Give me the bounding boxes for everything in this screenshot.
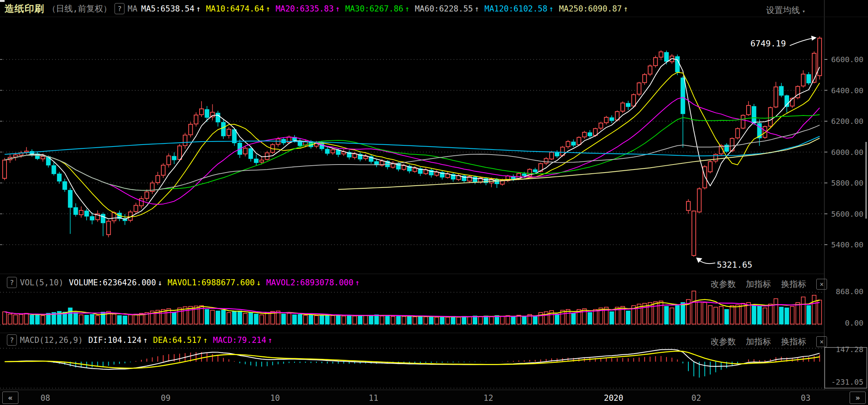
- time-axis-label: 10: [270, 393, 280, 403]
- vol-panel-buttons: 改参数加指标换指标×: [711, 278, 827, 290]
- ma-settings-label: 设置均线: [766, 5, 800, 15]
- up-arrow-icon: ↑: [203, 336, 208, 345]
- high-annotation-label: 6749.19: [750, 39, 786, 48]
- chevron-down-icon: ▾: [802, 8, 805, 14]
- candlestick-layer: [3, 36, 822, 257]
- vol-values-row: VOLUME:6236426.000↓MAVOL1:6988677.600↓MA…: [69, 278, 365, 287]
- time-axis-label: 09: [161, 393, 170, 403]
- macd-indicator-label: MACD(12,26,9): [20, 336, 83, 345]
- main-header: 造纸印刷 （日线,前复权） ? MA MA5:6538.54↑MA10:6474…: [5, 2, 634, 15]
- sector-title: 造纸印刷: [5, 2, 44, 15]
- high-annotation-arrow: [790, 38, 814, 46]
- up-arrow-icon: ↑: [196, 4, 201, 13]
- scroll-left-button[interactable]: «: [2, 392, 18, 404]
- ma-line: [5, 115, 820, 190]
- macd-axis-max: 147.28: [827, 345, 863, 354]
- time-axis-bar: « 080910111220200203 »: [0, 390, 868, 405]
- vol-panel-header: ? VOL(5,10) VOLUME:6236426.000↓MAVOL1:69…: [4, 277, 365, 288]
- help-icon[interactable]: ?: [7, 334, 17, 346]
- time-axis-label: 02: [691, 393, 701, 403]
- macd-button-1[interactable]: 加指标: [746, 336, 771, 347]
- up-arrow-icon: ↑: [355, 278, 360, 287]
- time-axis-label: 11: [368, 393, 378, 403]
- scroll-right-button[interactable]: »: [850, 392, 866, 404]
- macd-button-2[interactable]: 换指标: [781, 336, 806, 347]
- price-axis-label: 5800.00: [827, 178, 863, 188]
- help-icon[interactable]: ?: [7, 277, 17, 288]
- ma-value: MA30:6267.86↑: [345, 4, 409, 13]
- macd-panel-header: ? MACD(12,26,9) DIF:104.124↑DEA:64.517↑M…: [4, 334, 278, 346]
- vol-value: MAVOL1:6988677.600↓: [167, 278, 261, 287]
- macd-value: DEA:64.517↑: [153, 336, 208, 345]
- period-subtitle: （日线,前复权）: [47, 3, 111, 15]
- vol-axis-max: 868.00: [827, 287, 863, 296]
- vol-axis-min: 0.00: [827, 318, 863, 328]
- macd-value: MACD:79.214↑: [213, 336, 272, 345]
- ma-value: MA60:6228.55↑: [415, 4, 479, 13]
- ma-settings-button[interactable]: 设置均线▾: [766, 5, 805, 16]
- ma-values-row: MA5:6538.54↑MA10:6474.64↑MA20:6335.83↑MA…: [141, 4, 634, 13]
- macd-values-row: DIF:104.124↑DEA:64.517↑MACD:79.214↑: [88, 336, 278, 345]
- close-icon[interactable]: ×: [816, 336, 827, 347]
- price-axis-label: 6200.00: [827, 117, 863, 126]
- price-axis-label: 6600.00: [827, 55, 863, 64]
- down-arrow-icon: ↓: [256, 278, 261, 287]
- ma-value: MA120:6102.58↑: [485, 4, 554, 13]
- volume-layer: [3, 291, 822, 324]
- close-icon[interactable]: ×: [816, 279, 827, 290]
- up-arrow-icon: ↑: [335, 4, 340, 13]
- ma-value: MA5:6538.54↑: [141, 4, 201, 13]
- help-icon[interactable]: ?: [115, 3, 124, 14]
- price-axis-label: 6000.00: [827, 148, 863, 157]
- up-arrow-icon: ↑: [405, 4, 409, 13]
- macd-axis-min: -231.05: [827, 377, 863, 387]
- high-annotation-arrowhead: [811, 36, 817, 41]
- time-axis-label: 08: [41, 393, 50, 403]
- ma-value: MA10:6474.64↑: [206, 4, 270, 13]
- price-axis-label: 6400.00: [827, 86, 863, 95]
- macd-button-0[interactable]: 改参数: [711, 336, 736, 347]
- low-annotation-arrow: [698, 260, 715, 264]
- vol-value: MAVOL2:6893078.000↑: [266, 278, 360, 287]
- vol-button-0[interactable]: 改参数: [711, 278, 736, 290]
- ma-group-label: MA: [128, 4, 137, 13]
- vol-indicator-label: VOL(5,10): [20, 278, 64, 287]
- price-axis-label: 5400.00: [827, 240, 863, 249]
- time-axis-label: 2020: [604, 393, 624, 403]
- time-axis-label: 03: [801, 393, 811, 403]
- vol-button-2[interactable]: 换指标: [781, 278, 806, 290]
- stock-chart-app: 6749.195321.65 造纸印刷 （日线,前复权） ? MA MA5:65…: [0, 0, 868, 405]
- ma-value: MA20:6335.83↑: [275, 4, 340, 13]
- ma-line: [5, 349, 820, 369]
- price-axis-label: 5600.00: [827, 209, 863, 219]
- vol-value: VOLUME:6236426.000↓: [69, 278, 162, 287]
- up-arrow-icon: ↑: [268, 336, 272, 345]
- macd-value: DIF:104.124↑: [88, 336, 147, 345]
- up-arrow-icon: ↑: [475, 4, 479, 13]
- up-arrow-icon: ↑: [624, 4, 628, 13]
- up-arrow-icon: ↑: [143, 336, 147, 345]
- ma-value: MA250:6090.87↑: [559, 4, 628, 13]
- ma-line: [5, 351, 820, 369]
- low-annotation-label: 5321.65: [717, 260, 752, 270]
- macd-panel-buttons: 改参数加指标换指标×: [711, 336, 827, 347]
- time-axis-label: 12: [483, 393, 493, 403]
- up-arrow-icon: ↑: [265, 4, 270, 13]
- vol-button-1[interactable]: 加指标: [746, 278, 771, 290]
- down-arrow-icon: ↓: [157, 278, 162, 287]
- corner-artifact: [0, 0, 5, 2]
- up-arrow-icon: ↑: [549, 4, 554, 13]
